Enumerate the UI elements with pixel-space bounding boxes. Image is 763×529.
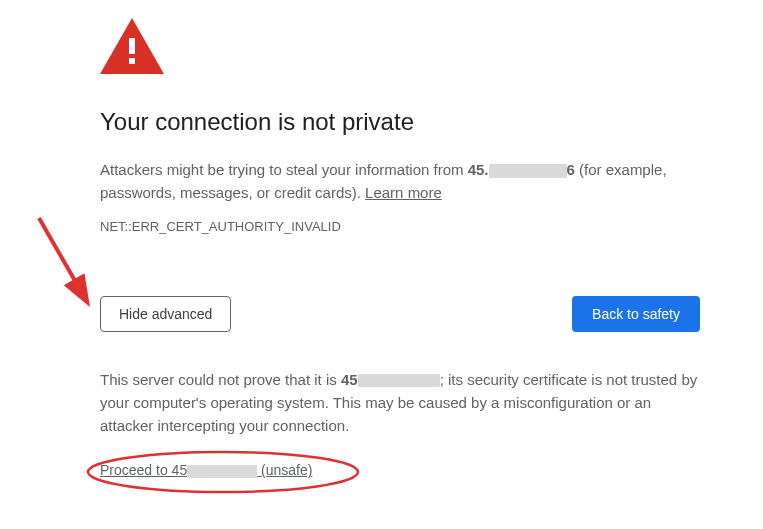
proceed-unsafe-link[interactable]: Proceed to 45 (unsafe) bbox=[100, 462, 312, 478]
page-title: Your connection is not private bbox=[100, 108, 700, 136]
ssl-error-page: Your connection is not private Attackers… bbox=[100, 18, 700, 479]
warning-body: Attackers might be trying to steal your … bbox=[100, 158, 700, 205]
redacted-host-part bbox=[489, 164, 567, 178]
warning-triangle-icon bbox=[100, 18, 700, 78]
error-code: NET::ERR_CERT_AUTHORITY_INVALID bbox=[100, 219, 700, 234]
advanced-host: 45 bbox=[341, 371, 440, 388]
back-to-safety-button[interactable]: Back to safety bbox=[572, 296, 700, 332]
svg-rect-1 bbox=[129, 38, 135, 54]
svg-rect-2 bbox=[129, 58, 135, 64]
redacted-host-part bbox=[187, 465, 257, 478]
body-text-pre: Attackers might be trying to steal your … bbox=[100, 161, 468, 178]
host-bold: 45.6 bbox=[468, 161, 575, 178]
svg-line-3 bbox=[39, 218, 86, 300]
redacted-host-part bbox=[358, 374, 440, 388]
button-row: Hide advanced Back to safety bbox=[100, 296, 700, 332]
learn-more-link[interactable]: Learn more bbox=[365, 184, 442, 201]
hide-advanced-button[interactable]: Hide advanced bbox=[100, 296, 231, 332]
advanced-explanation: This server could not prove that it is 4… bbox=[100, 368, 700, 438]
